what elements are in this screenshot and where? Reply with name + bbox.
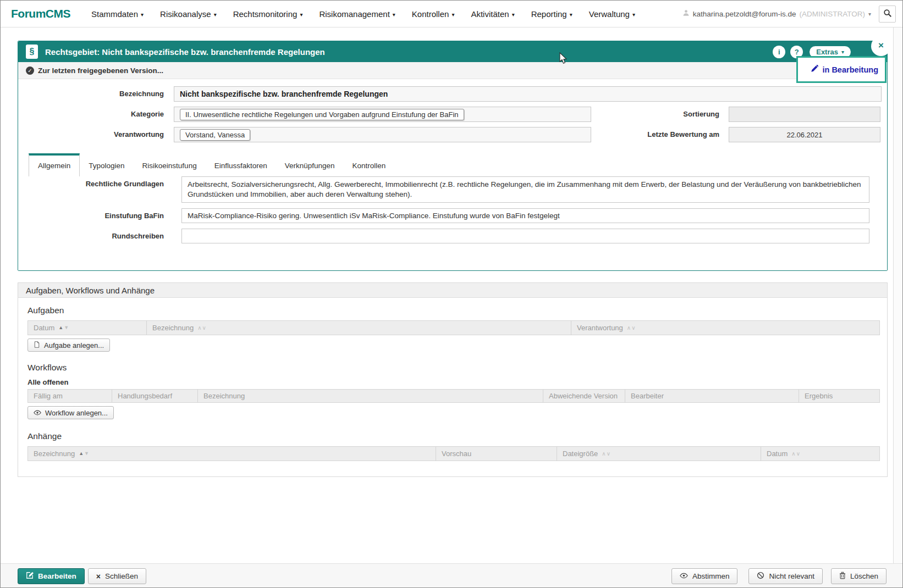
chevron-down-icon: ▾ [214,10,217,18]
tab-einflussfaktoren[interactable]: Einflussfaktoren [206,154,276,176]
sort-down-icon: ∨ [631,325,635,331]
panel-body: Bezeichnung Nicht bankspezifische bzw. b… [18,79,887,270]
rechtliche-grundlagen-label: Rechtliche Grundlagen [18,176,164,188]
rundschreiben-input[interactable] [181,229,869,243]
abstimmen-button[interactable]: Abstimmen [671,568,738,584]
workflows-col-faellig-am[interactable]: Fällig am [28,390,112,402]
workflows-filter-label: Alle offenen [27,378,880,386]
anhaenge-col-vorschau[interactable]: Vorschau [436,447,557,461]
sort-asc-icon: ▲ [58,325,63,330]
chevron-down-icon: ▾ [868,11,871,17]
tab-kontrollen[interactable]: Kontrollen [344,154,395,176]
schliessen-button[interactable]: × Schließen [88,568,146,584]
help-icon: ? [795,48,799,56]
kategorie-label: Kategorie [18,107,164,118]
bearbeiten-button[interactable]: Bearbeiten [18,568,85,584]
vertical-scrollbar[interactable] [893,27,902,587]
einstufung-bafin-input[interactable]: MaRisk-Compliance-Risiko gering. Unwesen… [181,208,869,223]
nav-item-reporting[interactable]: Reporting▾ [531,9,572,19]
workflows-col-handlungsbedarf[interactable]: Handlungsbedarf [112,390,198,402]
tab-bar: Allgemein Typologien Risikoeinstufung Ei… [29,153,887,176]
tab-risikoeinstufung[interactable]: Risikoeinstufung [134,154,206,176]
close-icon: × [96,572,101,581]
search-button[interactable] [879,5,896,23]
nav-item-risikoanalyse[interactable]: Risikoanalyse▾ [160,9,217,19]
sortierung-field[interactable] [729,107,880,122]
aufgaben-table-header: Datum ▲▼ Bezeichnung ∧∨ Verantwortung ∧∨ [27,320,880,335]
workflows-col-ergebnis[interactable]: Ergebnis [799,390,879,402]
nav-item-verwaltung[interactable]: Verwaltung▾ [589,9,635,19]
app-logo[interactable]: ForumCMS [11,7,70,20]
panel-header: § Rechtsgebiet: Nicht bankspezifische bz… [18,41,887,62]
last-released-version-link[interactable]: Zur letzten freigegebenen Version... [38,66,163,75]
sort-up-icon: ∧ [627,325,631,331]
info-button[interactable]: i [773,46,785,58]
workflows-col-abweichende-version[interactable]: Abweichende Version [543,390,625,402]
tab-verknuepfungen[interactable]: Verknüpfungen [276,154,344,176]
not-relevant-icon [757,572,764,581]
info-icon: i [778,48,780,56]
sort-up-icon: ∧ [791,451,795,457]
tab-typologien[interactable]: Typologien [80,154,133,176]
bezeichnung-label: Bezeichnung [18,86,164,98]
letzte-bewertung-label: Letzte Bewertung am [591,127,729,138]
aufgaben-col-verantwortung[interactable]: Verantwortung ∧∨ [571,321,879,335]
rechtliche-grundlagen-textarea[interactable]: Arbeitsrecht, Sozialversicherungsrecht, … [181,176,869,203]
status-in-bearbeitung[interactable]: in Bearbeitung [796,56,887,83]
verantwortung-field[interactable]: Vorstand, Vanessa [174,127,591,142]
bezeichnung-value: Nicht bankspezifische bzw. branchenfremd… [180,90,388,98]
anhaenge-heading: Anhänge [27,431,880,441]
sortierung-label: Sortierung [591,107,729,118]
rechtsgebiet-panel: § Rechtsgebiet: Nicht bankspezifische bz… [18,41,888,271]
user-email: katharina.petzoldt@forum-is.de [693,10,796,18]
bezeichnung-field[interactable]: Nicht bankspezifische bzw. branchenfremd… [174,86,882,102]
kategorie-chip[interactable]: II. Unwesentliche rechtliche Regelungen … [180,109,464,120]
sort-asc-icon: ▲ [79,451,84,456]
aufgaben-heading: Aufgaben [27,306,880,315]
user-icon [682,9,690,18]
aufgabe-anlegen-button[interactable]: Aufgabe anlegen... [27,339,110,352]
chevron-down-icon: ▾ [452,10,454,18]
user-menu[interactable]: katharina.petzoldt@forum-is.de (ADMINIST… [682,9,871,18]
anhaenge-col-datum[interactable]: Datum ∧∨ [761,447,879,461]
workflows-heading: Workflows [27,363,880,373]
sort-down-icon: ∨ [202,325,206,331]
kategorie-field[interactable]: II. Unwesentliche rechtliche Regelungen … [174,107,591,122]
eye-check-icon [680,572,688,580]
version-bar: ✓ Zur letzten freigegebenen Version... [18,62,887,79]
sort-desc-icon: ▼ [64,325,69,330]
chevron-down-icon: ▾ [512,10,515,18]
nav-item-risikomanagement[interactable]: Risikomanagement▾ [319,9,395,19]
tab-allgemein[interactable]: Allgemein [29,153,80,176]
workflows-table-header: Fällig am Handlungsbedarf Bezeichnung Ab… [27,389,880,403]
einstufung-bafin-label: Einstufung BaFin [18,208,164,220]
paragraph-document-icon: § [26,45,38,59]
nav-item-rechtsmonitoring[interactable]: Rechtsmonitoring▾ [233,9,303,19]
letzte-bewertung-field[interactable]: 22.06.2021 [729,127,880,142]
top-navigation: ForumCMS Stammdaten▾ Risikoanalyse▾ Rech… [1,1,902,27]
close-panel-button[interactable]: × [871,36,891,56]
new-document-icon [34,341,40,350]
chevron-down-icon: ▾ [570,10,572,18]
anhaenge-table-header: Bezeichnung ▲▼ Vorschau Dateigröße ∧∨ Da… [27,446,880,461]
nav-item-kontrollen[interactable]: Kontrollen▾ [412,9,455,19]
verantwortung-chip[interactable]: Vorstand, Vanessa [180,129,250,141]
footer-toolbar: Bearbeiten × Schließen Abstimmen Nicht r… [1,563,902,588]
aufgaben-col-bezeichnung[interactable]: Bezeichnung ∧∨ [147,321,571,335]
workflows-col-bezeichnung[interactable]: Bezeichnung [198,390,543,402]
nicht-relevant-button[interactable]: Nicht relevant [748,568,823,584]
pencil-icon [811,65,818,74]
workflow-anlegen-button[interactable]: Workflow anlegen... [27,406,114,419]
user-role: (ADMINISTRATOR) [799,10,865,18]
eye-icon [34,409,41,417]
status-label: in Bearbeitung [822,65,878,74]
aufgaben-col-datum[interactable]: Datum ▲▼ [28,321,147,335]
workflows-col-bearbeiter[interactable]: Bearbeiter [625,390,799,402]
nav-item-aktivitaeten[interactable]: Aktivitäten▾ [471,9,514,19]
chevron-down-icon: ▾ [632,10,635,18]
anhaenge-col-bezeichnung[interactable]: Bezeichnung ▲▼ [28,447,436,461]
loeschen-button[interactable]: Löschen [831,568,887,584]
anhaenge-col-dateigroesse[interactable]: Dateigröße ∧∨ [557,447,761,461]
nav-item-stammdaten[interactable]: Stammdaten▾ [91,9,144,19]
section-title: Aufgaben, Workflows und Anhänge [18,283,887,298]
